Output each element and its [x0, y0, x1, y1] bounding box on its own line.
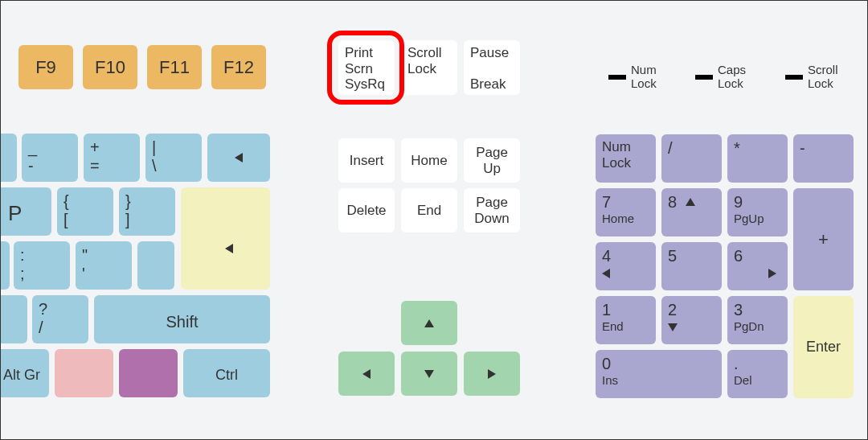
key-semicolon[interactable]: : ; — [14, 241, 70, 290]
key-numpad-enter[interactable]: Enter — [793, 296, 854, 398]
sublabel: End — [602, 319, 649, 333]
key-backslash[interactable]: | \ — [145, 134, 202, 182]
label-bot: [ — [63, 211, 107, 229]
label: P — [8, 201, 22, 225]
led-dash-icon — [608, 75, 626, 80]
key-numpad-7[interactable]: 7 Home — [596, 188, 656, 236]
key-pageup[interactable]: Page Up — [464, 138, 520, 183]
key-pausebreak[interactable]: Pause Break — [464, 40, 520, 95]
key-os[interactable] — [119, 349, 178, 397]
key-backspace[interactable] — [207, 134, 270, 182]
label-top: } — [125, 192, 169, 211]
led-dash-icon — [785, 75, 803, 80]
key-f9[interactable]: F9 — [18, 45, 73, 89]
sublabel: Home — [602, 212, 649, 225]
key-numpad-0[interactable]: 0 Ins — [596, 350, 722, 398]
key-f12[interactable]: F12 — [211, 45, 266, 89]
key-numpad-1[interactable]: 1 End — [596, 296, 656, 344]
key-end[interactable]: End — [401, 188, 457, 232]
label: 3 — [734, 301, 781, 319]
key-numpad-dot[interactable]: . Del — [727, 350, 788, 398]
key-minus[interactable]: _ - — [22, 134, 78, 182]
key-insert[interactable]: Insert — [338, 138, 395, 183]
label: F9 — [35, 57, 56, 77]
led-capslock: Caps Lock — [695, 64, 746, 90]
triangle-down-icon — [424, 370, 434, 378]
sublabel: Del — [734, 373, 781, 387]
enter-arrow — [181, 187, 270, 290]
key-partial-left-1[interactable] — [0, 134, 17, 182]
key-numpad-6[interactable]: 6 — [727, 242, 788, 290]
key-partial-left-2[interactable] — [0, 241, 10, 290]
label: Delete — [346, 203, 386, 219]
label: 7 — [602, 193, 649, 212]
key-equals[interactable]: + = — [84, 134, 140, 182]
key-numlock[interactable]: Num Lock — [596, 134, 656, 183]
key-numpad-9[interactable]: 9 PgUp — [727, 188, 788, 236]
key-numpad-2[interactable]: 2 — [661, 296, 722, 344]
label: 0 — [602, 355, 715, 373]
key-f10[interactable]: F10 — [83, 45, 137, 89]
label: Page Down — [474, 195, 509, 226]
key-bracket-left[interactable]: { [ — [57, 187, 113, 236]
label: Home — [411, 153, 447, 169]
label: Num Lock — [602, 139, 631, 171]
key-home[interactable]: Home — [401, 138, 457, 183]
key-menu[interactable] — [55, 349, 113, 397]
key-bracket-right[interactable]: } ] — [119, 187, 175, 236]
label: . — [734, 355, 781, 373]
triangle-left-icon — [362, 369, 371, 379]
label: Pause Break — [470, 45, 509, 92]
key-numpad-plus[interactable]: + — [793, 188, 854, 290]
label: 6 — [734, 247, 781, 265]
label: Print Scrn SysRq — [345, 45, 385, 92]
key-printscreen[interactable]: Print Scrn SysRq — [338, 40, 395, 95]
key-blank-1[interactable] — [137, 241, 174, 290]
label: 2 — [668, 301, 715, 319]
label: / — [668, 139, 673, 157]
label: 5 — [668, 247, 677, 265]
key-arrow-right[interactable] — [464, 352, 520, 396]
key-f11[interactable]: F11 — [147, 45, 202, 89]
key-arrow-left[interactable] — [338, 352, 395, 396]
key-arrow-up[interactable] — [401, 301, 457, 345]
key-scrolllock[interactable]: Scroll Lock — [401, 40, 457, 95]
led-numlock: Num Lock — [608, 64, 657, 90]
sublabel: PgUp — [734, 212, 781, 225]
triangle-right-icon — [768, 269, 776, 278]
key-numpad-5[interactable]: 5 — [661, 242, 722, 290]
label: 4 — [602, 247, 649, 265]
key-delete[interactable]: Delete — [338, 188, 395, 232]
label: Enter — [806, 339, 841, 356]
key-numpad-minus[interactable]: - — [793, 134, 854, 183]
label-top: + — [90, 138, 133, 157]
key-numpad-star[interactable]: * — [727, 134, 788, 183]
label-bot: \ — [152, 157, 195, 175]
label: Ctrl — [215, 367, 238, 383]
led-scrolllock: Scroll Lock — [785, 64, 838, 90]
key-numpad-3[interactable]: 3 PgDn — [727, 296, 788, 344]
key-altgr[interactable]: Alt Gr — [0, 349, 49, 397]
label: 8 — [668, 193, 677, 211]
key-arrow-down[interactable] — [401, 352, 457, 396]
key-pagedown[interactable]: Page Down — [464, 188, 520, 232]
key-numpad-8[interactable]: 8 — [661, 188, 722, 236]
key-numpad-slash[interactable]: / — [661, 134, 722, 183]
label-bot: - — [28, 157, 72, 175]
key-numpad-4[interactable]: 4 — [596, 242, 656, 290]
label-top: _ — [28, 138, 72, 157]
label-bot: ' — [82, 265, 125, 283]
label-top: | — [152, 138, 195, 157]
key-slash[interactable]: ? / — [32, 295, 88, 343]
key-partial-left-3[interactable] — [0, 295, 27, 343]
key-shift-right[interactable]: Shift — [94, 295, 270, 343]
label-bot: ; — [20, 265, 63, 283]
label-top: : — [20, 246, 63, 265]
label-bot: = — [90, 157, 133, 175]
key-quote[interactable]: " ' — [76, 241, 132, 290]
key-ctrl-right[interactable]: Ctrl — [183, 349, 270, 397]
label: 9 — [734, 193, 781, 212]
key-p[interactable]: P — [0, 187, 51, 236]
label: 1 — [602, 301, 649, 319]
triangle-left-icon — [225, 244, 233, 253]
